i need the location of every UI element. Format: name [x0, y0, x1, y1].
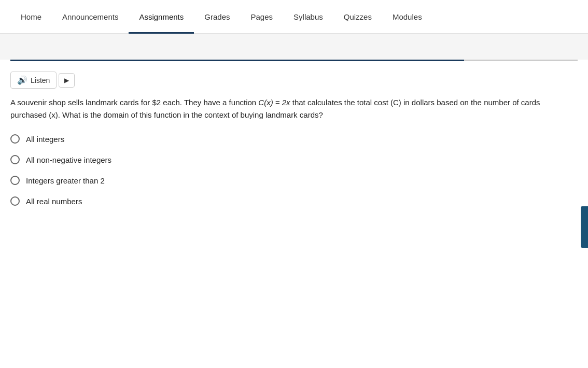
listen-button[interactable]: 🔊 Listen [10, 72, 57, 89]
play-icon: ▶ [64, 77, 69, 84]
listen-area: 🔊 Listen ▶ [10, 72, 578, 89]
nav-announcements[interactable]: Announcements [52, 0, 129, 34]
play-button[interactable]: ▶ [59, 73, 75, 88]
option-4[interactable]: All real numbers [10, 196, 578, 206]
question-math: C(x) = 2x [258, 98, 290, 107]
option-1-label: All integers [26, 135, 64, 144]
option-3-label: Integers greater than 2 [26, 176, 105, 185]
nav-assignments[interactable]: Assignments [129, 0, 194, 34]
nav-grades[interactable]: Grades [194, 0, 240, 34]
nav-modules[interactable]: Modules [382, 0, 432, 34]
navbar: Home Announcements Assignments Grades Pa… [0, 0, 588, 34]
options-container: All integers All non-negative integers I… [10, 134, 578, 206]
question-text: A souvenir shop sells landmark cards for… [10, 96, 555, 121]
right-indicator [581, 206, 588, 248]
option-2[interactable]: All non-negative integers [10, 155, 578, 164]
option-3[interactable]: Integers greater than 2 [10, 176, 578, 185]
content-divider [10, 60, 578, 61]
main-content: 🔊 Listen ▶ A souvenir shop sells landmar… [0, 60, 588, 368]
option-1[interactable]: All integers [10, 134, 578, 144]
speaker-icon: 🔊 [17, 75, 27, 85]
nav-quizzes[interactable]: Quizzes [333, 0, 382, 34]
nav-pages[interactable]: Pages [241, 0, 284, 34]
option-4-label: All real numbers [26, 197, 82, 206]
radio-3[interactable] [10, 176, 20, 185]
radio-4[interactable] [10, 196, 20, 206]
option-2-label: All non-negative integers [26, 155, 111, 164]
question-text-part1: A souvenir shop sells landmark cards for… [10, 98, 258, 107]
nav-home[interactable]: Home [10, 0, 52, 34]
nav-syllabus[interactable]: Syllabus [283, 0, 333, 34]
radio-1[interactable] [10, 134, 20, 144]
listen-label: Listen [31, 76, 50, 84]
radio-2[interactable] [10, 155, 20, 164]
